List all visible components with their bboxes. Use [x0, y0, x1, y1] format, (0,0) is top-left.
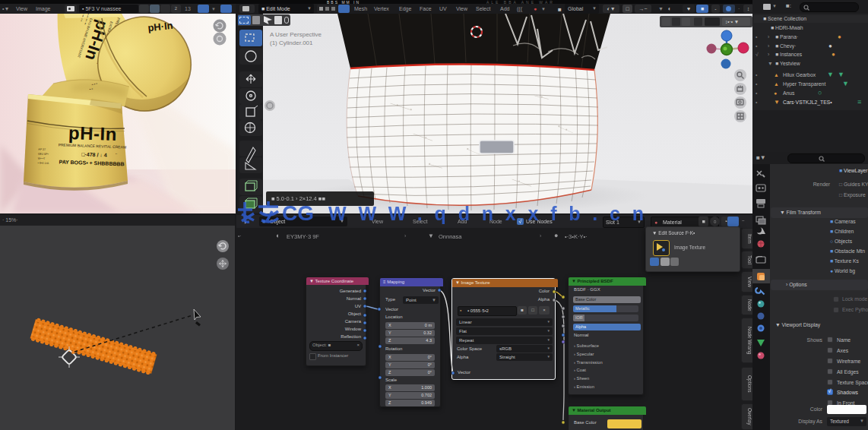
svg-text:WWW.qdnxxfb.cn: WWW.qdnxxfb.cn	[328, 203, 656, 224]
svg-text:□·478 / ↓ 4: □·478 / ↓ 4	[81, 152, 107, 158]
svg-text:pH-In: pH-In	[68, 122, 118, 144]
svg-text:•·9•4·1•A: •·9•4·1•A	[38, 162, 49, 166]
svg-text:CG: CG	[282, 201, 314, 225]
svg-text:(1) Cylinder.001: (1) Cylinder.001	[270, 40, 313, 46]
svg-text:W•·•T: W•·•T	[38, 157, 46, 160]
svg-text:↕•·• ▼: ↕•·• ▼	[725, 19, 739, 24]
svg-text:•·: •·	[116, 152, 118, 156]
svg-text:6BU 9P•: 6BU 9P•	[38, 153, 49, 156]
svg-text:AP 37: AP 37	[38, 148, 46, 151]
svg-text:A User Perspective: A User Perspective	[270, 31, 322, 38]
